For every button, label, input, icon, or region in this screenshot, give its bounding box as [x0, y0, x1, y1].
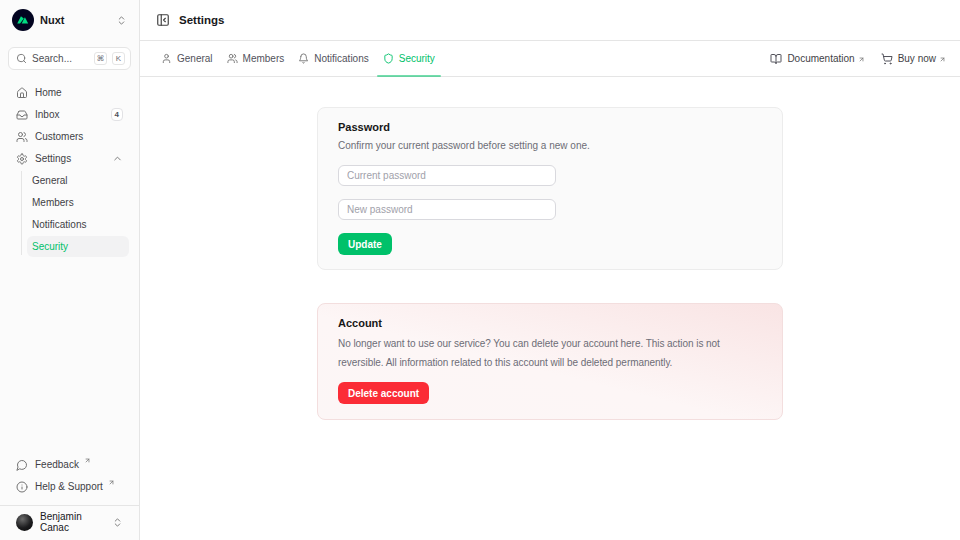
sidebar-subitem-label: General — [32, 175, 68, 186]
chevrons-up-down-icon — [112, 517, 123, 528]
action-label: Buy now — [898, 53, 936, 64]
update-password-button[interactable]: Update — [338, 233, 392, 255]
tab-bar-actions: Documentation Buy now — [770, 41, 946, 76]
sidebar-item-customers[interactable]: Customers — [8, 126, 131, 147]
search-icon — [16, 53, 27, 64]
tab-general[interactable]: General — [154, 41, 220, 76]
external-link-icon — [108, 479, 115, 486]
tab-label: Notifications — [314, 53, 368, 64]
panel-left-close-icon — [156, 13, 170, 27]
sidebar-item-notifications[interactable]: Notifications — [27, 214, 129, 235]
tab-label: General — [177, 53, 213, 64]
sidebar-user-section: Benjamin Canac — [0, 505, 139, 540]
workspace-name: Nuxt — [40, 14, 64, 26]
external-link-icon — [858, 56, 865, 63]
sidebar-collapse-button[interactable] — [156, 13, 170, 27]
search-input[interactable]: ⌘ K — [8, 47, 131, 70]
sidebar-item-settings[interactable]: Settings — [8, 148, 131, 169]
footer-link-label: Help & Support — [35, 481, 103, 492]
sidebar-nav: Home Inbox 4 Customers Settings General — [0, 82, 139, 258]
action-label: Documentation — [787, 53, 854, 64]
book-open-icon — [770, 53, 782, 65]
user-icon — [161, 53, 172, 64]
search-field[interactable] — [32, 53, 89, 64]
kbd-k: K — [112, 52, 125, 65]
external-link-icon — [939, 56, 946, 63]
info-icon — [16, 481, 28, 493]
buy-now-link[interactable]: Buy now — [881, 53, 946, 65]
shield-icon — [383, 53, 394, 64]
delete-account-button[interactable]: Delete account — [338, 382, 429, 404]
users-icon — [16, 131, 28, 143]
tab-label: Security — [399, 53, 435, 64]
home-icon — [16, 87, 28, 99]
main-area: Settings General Members Notifications S… — [140, 0, 960, 540]
gear-icon — [16, 153, 28, 165]
sidebar: Nuxt ⌘ K Home Inbox 4 Customers — [0, 0, 140, 540]
chevrons-up-down-icon — [116, 15, 127, 26]
sidebar-spacer — [0, 258, 139, 454]
sidebar-item-label: Home — [35, 87, 62, 98]
tab-security[interactable]: Security — [376, 41, 442, 76]
chevron-up-icon — [112, 153, 123, 164]
user-menu[interactable]: Benjamin Canac — [8, 511, 131, 533]
settings-content: Password Confirm your current password b… — [140, 77, 960, 540]
workspace-switcher[interactable]: Nuxt — [0, 0, 139, 40]
sidebar-subitem-label: Notifications — [32, 219, 86, 230]
sidebar-subitem-label: Security — [32, 241, 68, 252]
documentation-link[interactable]: Documentation — [770, 53, 864, 65]
external-link-icon — [84, 457, 91, 464]
account-card-description: No longer want to use our service? You c… — [338, 335, 762, 372]
nuxt-logo-icon — [12, 9, 34, 31]
current-password-field[interactable] — [338, 165, 556, 186]
sidebar-item-label: Settings — [35, 153, 71, 164]
password-card: Password Confirm your current password b… — [317, 107, 783, 270]
sidebar-item-inbox[interactable]: Inbox 4 — [8, 104, 131, 125]
help-support-link[interactable]: Help & Support — [8, 476, 131, 497]
message-circle-icon — [16, 459, 28, 471]
account-card-title: Account — [338, 317, 762, 329]
bell-icon — [298, 53, 309, 64]
avatar — [16, 514, 33, 531]
sidebar-item-members[interactable]: Members — [27, 192, 129, 213]
shopping-cart-icon — [881, 53, 893, 65]
sidebar-item-label: Inbox — [35, 109, 59, 120]
app-window: Nuxt ⌘ K Home Inbox 4 Customers — [0, 0, 960, 540]
settings-tab-bar: General Members Notifications Security D… — [140, 41, 960, 77]
nuxt-mountains-icon — [17, 15, 30, 25]
tab-members[interactable]: Members — [220, 41, 292, 76]
settings-subnav: General Members Notifications Security — [21, 170, 131, 257]
sidebar-item-label: Customers — [35, 131, 83, 142]
users-icon — [227, 53, 238, 64]
tab-label: Members — [243, 53, 285, 64]
sidebar-item-security[interactable]: Security — [27, 236, 129, 257]
user-name: Benjamin Canac — [40, 511, 105, 533]
page-title: Settings — [179, 14, 224, 26]
inbox-count-badge: 4 — [111, 108, 123, 121]
kbd-meta: ⌘ — [94, 52, 107, 65]
sidebar-footer: Feedback Help & Support — [0, 454, 139, 500]
feedback-link[interactable]: Feedback — [8, 454, 131, 475]
sidebar-item-home[interactable]: Home — [8, 82, 131, 103]
page-header: Settings — [140, 0, 960, 41]
inbox-icon — [16, 109, 28, 121]
tab-notifications[interactable]: Notifications — [291, 41, 375, 76]
new-password-field[interactable] — [338, 199, 556, 220]
password-card-description: Confirm your current password before set… — [338, 139, 762, 152]
account-card: Account No longer want to use our servic… — [317, 303, 783, 420]
sidebar-subitem-label: Members — [32, 197, 74, 208]
footer-link-label: Feedback — [35, 459, 79, 470]
sidebar-item-general[interactable]: General — [27, 170, 129, 191]
password-card-title: Password — [338, 121, 762, 133]
